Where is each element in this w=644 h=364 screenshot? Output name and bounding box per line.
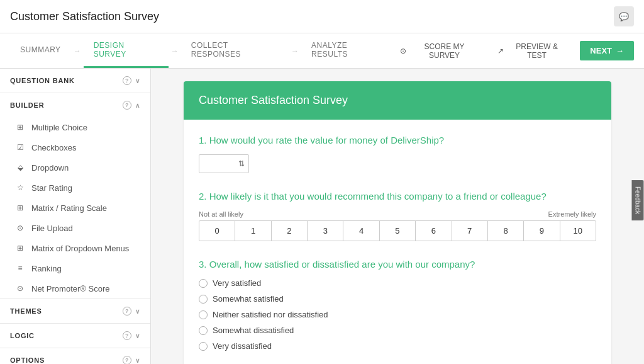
radio-circle-0 — [199, 279, 208, 288]
app-title: Customer Satisfaction Survey — [10, 10, 159, 23]
builder-header[interactable]: BUILDER ? — [0, 93, 150, 117]
options-header[interactable]: OPTIONS ? — [0, 348, 150, 364]
tab-collect[interactable]: COLLECT RESPONSES — [181, 33, 289, 68]
sidebar-section-options: OPTIONS ? — [0, 348, 150, 364]
rating-cell-10[interactable]: 10 — [560, 221, 596, 241]
sidebar-section-question-bank: QUESTION BANK ? — [0, 69, 150, 93]
builder-toggle-icon — [135, 101, 140, 109]
sep2: → — [169, 47, 181, 55]
radio-option-3[interactable]: Somewhat dissatisfied — [199, 326, 596, 335]
preview-icon: ↗ — [497, 47, 504, 55]
question-3-text: 3. Overall, how satisfied or dissatisfie… — [199, 259, 596, 270]
rating-cell-3[interactable]: 3 — [308, 221, 343, 241]
options-toggle-icon — [135, 356, 140, 364]
sidebar-item-star-rating[interactable]: ☆ Star Rating — [0, 178, 150, 198]
question-1-dropdown[interactable]: ⇅ — [199, 154, 249, 173]
survey-body: 1. How would you rate the value for mone… — [184, 120, 611, 364]
question-2-text: 2. How likely is it that you would recom… — [199, 191, 596, 202]
sidebar-item-file-upload[interactable]: ⊙ File Upload — [0, 218, 150, 238]
sidebar-item-multiple-choice[interactable]: ⊞ Multiple Choice — [0, 117, 150, 137]
ranking-icon: ≡ — [15, 263, 25, 273]
rating-scale: 0 1 2 3 4 5 6 7 8 9 10 — [199, 220, 596, 241]
radio-circle-1 — [199, 295, 208, 304]
main-layout: QUESTION BANK ? BUILDER ? ⊞ Multiple Cho… — [0, 69, 644, 364]
rating-labels: Not at all likely Extremely likely — [199, 210, 596, 218]
notification-icon[interactable]: 💬 — [614, 6, 634, 26]
radio-circle-3 — [199, 326, 208, 335]
preview-test-button[interactable]: ↗ PREVIEW & TEST — [492, 38, 572, 64]
rating-cell-8[interactable]: 8 — [488, 221, 524, 241]
dropdown-arrow-icon: ⇅ — [238, 159, 245, 168]
sidebar-item-ranking[interactable]: ≡ Ranking — [0, 258, 150, 278]
radio-option-2[interactable]: Neither satisfied nor dissatisfied — [199, 310, 596, 319]
question-1: 1. How would you rate the value for mone… — [199, 135, 596, 173]
survey-title: Customer Satisfaction Survey — [184, 81, 611, 120]
rating-cell-4[interactable]: 4 — [343, 221, 379, 241]
logic-help-icon[interactable]: ? — [123, 331, 131, 340]
score-icon: ⊙ — [400, 47, 406, 55]
options-help-icon[interactable]: ? — [123, 356, 131, 364]
sidebar-section-themes: THEMES ? — [0, 299, 150, 324]
radio-option-1[interactable]: Somewhat satisfied — [199, 294, 596, 304]
top-bar: Customer Satisfaction Survey 💬 — [0, 0, 644, 33]
star-rating-icon: ☆ — [15, 183, 25, 193]
builder-help-icon[interactable]: ? — [123, 101, 131, 110]
nav-right-actions: ⊙ SCORE MY SURVEY ↗ PREVIEW & TEST NEXT … — [395, 38, 634, 64]
tab-analyze[interactable]: ANALYZE RESULTS — [301, 33, 395, 68]
sidebar-item-matrix[interactable]: ⊞ Matrix / Rating Scale — [0, 198, 150, 218]
tab-design[interactable]: DESIGN SURVEY — [84, 33, 169, 68]
checkboxes-icon: ☑ — [15, 142, 25, 152]
rating-cell-5[interactable]: 5 — [380, 221, 416, 241]
question-2: 2. How likely is it that you would recom… — [199, 191, 596, 241]
rating-cell-0[interactable]: 0 — [199, 221, 235, 241]
sep1: → — [71, 47, 84, 55]
radio-option-0[interactable]: Very satisfied — [199, 278, 596, 288]
sidebar: QUESTION BANK ? BUILDER ? ⊞ Multiple Cho… — [0, 69, 151, 364]
sidebar-section-builder: BUILDER ? ⊞ Multiple Choice ☑ Checkboxes… — [0, 93, 150, 299]
rating-cell-1[interactable]: 1 — [235, 221, 271, 241]
question-bank-header[interactable]: QUESTION BANK ? — [0, 69, 150, 93]
rating-cell-6[interactable]: 6 — [416, 221, 452, 241]
matrix-icon: ⊞ — [15, 203, 25, 213]
radio-circle-4 — [199, 342, 208, 351]
score-survey-button[interactable]: ⊙ SCORE MY SURVEY — [395, 38, 485, 64]
rating-max-label: Extremely likely — [548, 210, 596, 218]
sidebar-item-matrix-dropdown[interactable]: ⊞ Matrix of Dropdown Menus — [0, 238, 150, 258]
file-upload-icon: ⊙ — [15, 223, 25, 233]
sidebar-item-net-promoter[interactable]: ⊙ Net Promoter® Score — [0, 278, 150, 299]
next-button[interactable]: NEXT → — [580, 41, 634, 60]
themes-help-icon[interactable]: ? — [123, 307, 131, 316]
sidebar-item-dropdown[interactable]: ⬙ Dropdown — [0, 157, 150, 178]
matrix-dropdown-icon: ⊞ — [15, 243, 25, 253]
sep3: → — [289, 47, 301, 55]
feedback-tab[interactable]: Feedback — [632, 180, 644, 220]
radio-option-4[interactable]: Very dissatisfied — [199, 341, 596, 351]
themes-header[interactable]: THEMES ? — [0, 299, 150, 323]
sidebar-section-logic: LOGIC ? — [0, 324, 150, 348]
question-bank-toggle-icon — [135, 77, 140, 84]
logic-header[interactable]: LOGIC ? — [0, 324, 150, 348]
question-3: 3. Overall, how satisfied or dissatisfie… — [199, 259, 596, 351]
question-bank-help-icon[interactable]: ? — [123, 76, 131, 85]
nav-tabs: SUMMARY → DESIGN SURVEY → COLLECT RESPON… — [0, 33, 644, 69]
tab-summary[interactable]: SUMMARY — [10, 38, 71, 64]
nps-icon: ⊙ — [15, 283, 25, 293]
sidebar-item-checkboxes[interactable]: ☑ Checkboxes — [0, 137, 150, 157]
arrow-right-icon: → — [616, 46, 624, 55]
rating-cell-7[interactable]: 7 — [452, 221, 488, 241]
logic-toggle-icon — [135, 332, 140, 339]
rating-min-label: Not at all likely — [199, 210, 243, 218]
multiple-choice-icon: ⊞ — [15, 122, 25, 132]
survey-card: Customer Satisfaction Survey 1. How woul… — [184, 81, 611, 364]
rating-cell-9[interactable]: 9 — [524, 221, 560, 241]
dropdown-icon: ⬙ — [15, 162, 25, 173]
rating-cell-2[interactable]: 2 — [272, 221, 308, 241]
content-area: Customer Satisfaction Survey 1. How woul… — [151, 69, 644, 364]
themes-toggle-icon — [135, 307, 140, 315]
question-1-text: 1. How would you rate the value for mone… — [199, 135, 596, 145]
radio-circle-2 — [199, 310, 208, 319]
